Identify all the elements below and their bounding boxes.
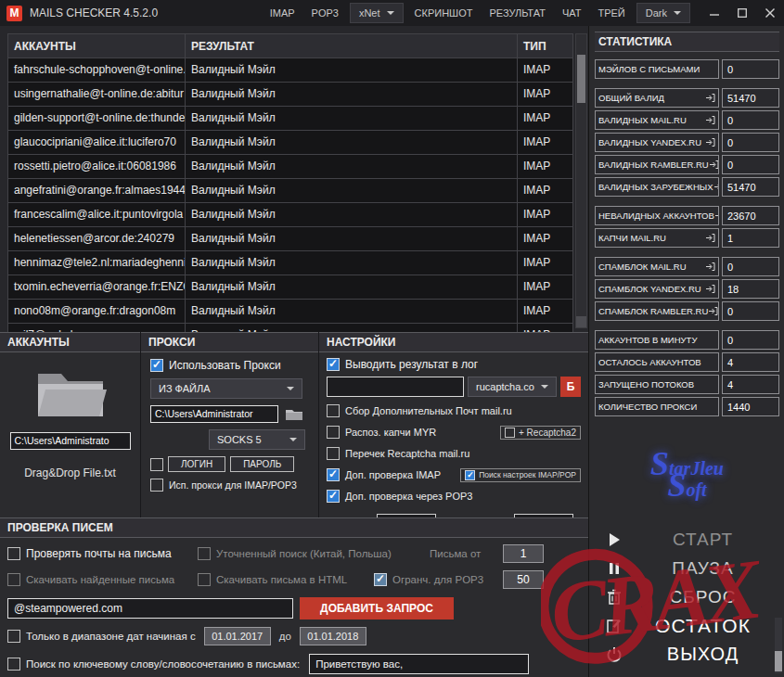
column-header-accounts[interactable]: АККАУНТЫ <box>7 33 186 58</box>
cell-account: hennimaz@tele2.nl:mariadeghennim <box>7 251 186 275</box>
export-icon[interactable] <box>708 306 718 316</box>
table-row[interactable]: usingernathalie@t-online.de:abiturВалидн… <box>7 83 588 107</box>
cell-type: IMAP <box>518 179 573 203</box>
stat-value: 0 <box>722 59 779 79</box>
cell-type: IMAP <box>518 58 573 83</box>
download-html-checkbox[interactable] <box>198 573 211 586</box>
export-icon[interactable] <box>705 284 715 294</box>
pop3-check-checkbox[interactable] <box>327 490 340 503</box>
export-icon[interactable] <box>705 262 715 272</box>
browse-folder-icon[interactable] <box>283 406 305 423</box>
chevron-down-icon <box>287 387 294 390</box>
log-output-checkbox[interactable] <box>327 358 340 371</box>
table-row[interactable]: ...il7@...de:h...Валидный МэйлIMAP <box>7 324 588 332</box>
date-range-checkbox[interactable] <box>7 630 20 643</box>
use-proxy-checkbox[interactable] <box>150 359 163 372</box>
proxy-type-dropdown[interactable]: SOCKS 5 <box>209 429 305 450</box>
proxy-path-input[interactable]: C:\Users\Administrator <box>150 405 278 423</box>
pop3-limit-checkbox[interactable] <box>374 573 387 586</box>
pop3-limit-input[interactable]: 50 <box>503 570 544 589</box>
minimize-button[interactable] <box>700 0 728 26</box>
column-header-result[interactable]: РЕЗУЛЬТАТ <box>186 33 518 58</box>
menu-tray[interactable]: ТРЕЙ <box>589 3 633 23</box>
close-button[interactable] <box>756 0 784 26</box>
table-row[interactable]: txomin.echeverria@orange.fr:ENZO2Валидны… <box>7 275 588 300</box>
recaptcha-mailru-checkbox[interactable] <box>327 447 340 460</box>
login-button[interactable]: ЛОГИН <box>168 456 225 472</box>
date-from-button[interactable]: 01.01.2017 <box>204 627 271 645</box>
corner-scrollbar[interactable] <box>775 618 782 673</box>
cell-account: ...il7@...de:h... <box>7 324 186 332</box>
stat-row: КОЛИЧЕСТВО ПРОКСИ1440 <box>595 397 779 416</box>
export-icon[interactable] <box>705 137 715 147</box>
theme-dropdown[interactable]: Dark <box>636 3 690 23</box>
menu-imap[interactable]: IMAP <box>262 3 303 23</box>
pause-button[interactable]: ПАУЗА <box>598 555 776 581</box>
password-button[interactable]: ПАРОЛЬ <box>230 456 294 472</box>
corner-scrollbar-thumb[interactable] <box>775 651 782 671</box>
menu-chat[interactable]: ЧАТ <box>554 3 590 23</box>
menu-xnet-dropdown[interactable]: xNet <box>350 3 404 23</box>
scrollbar-thumb[interactable] <box>577 55 585 103</box>
download-letters-checkbox[interactable] <box>7 573 20 586</box>
column-header-type[interactable]: ТИП <box>518 33 573 58</box>
balance-button[interactable]: Б <box>560 377 581 397</box>
query-input[interactable]: @steampowered.com <box>7 598 293 619</box>
export-icon[interactable] <box>705 233 715 243</box>
menu-pop3[interactable]: POP3 <box>303 3 347 23</box>
check-letters-checkbox[interactable] <box>7 547 20 560</box>
folder-icon[interactable] <box>34 365 107 419</box>
collect-mail-label: Сбор Дополнительных Почт mail.ru <box>345 405 512 416</box>
proxy-for-imap-checkbox[interactable] <box>150 479 163 492</box>
table-row[interactable]: angefratini@orange.fr:almaes1944Валидный… <box>7 179 588 203</box>
table-row[interactable]: helenetiessen@arcor.de:240279Валидный Мэ… <box>7 227 588 251</box>
table-row[interactable]: nono08m@orange.fr:dragon08mВалидный Мэйл… <box>7 300 588 324</box>
keyword-search-checkbox[interactable] <box>7 658 20 671</box>
collect-mail-checkbox[interactable] <box>327 404 340 417</box>
export-icon[interactable] <box>705 115 715 125</box>
trash-icon <box>598 589 630 606</box>
table-row[interactable]: rossetti.pietro@alice.it:06081986Валидны… <box>7 155 588 179</box>
reset-button[interactable]: СБРОС <box>598 583 776 610</box>
cell-type: IMAP <box>518 155 573 179</box>
pause-icon <box>598 561 630 576</box>
cell-result: Валидный Мэйл <box>186 83 518 107</box>
accounts-path-input[interactable]: C:\Users\Administrato <box>10 432 131 450</box>
exit-button[interactable]: ВЫХОД <box>598 641 776 668</box>
stat-label: ЗАПУЩЕНО ПОТОКОВ <box>595 375 719 394</box>
export-icon[interactable] <box>714 211 719 221</box>
refined-search-checkbox[interactable] <box>198 547 211 560</box>
captcha-myr-checkbox[interactable] <box>327 426 340 439</box>
add-query-button[interactable]: ДОБАВИТЬ ЗАПРОС <box>300 597 454 620</box>
menu-screenshot[interactable]: СКРИНШОТ <box>406 3 482 23</box>
letters-from-input[interactable]: 1 <box>503 544 544 563</box>
remainder-button[interactable]: ОСТАТОК <box>598 612 776 639</box>
proxy-auth-checkbox[interactable] <box>150 458 163 471</box>
export-icon[interactable] <box>705 93 715 103</box>
captcha-key-input[interactable] <box>327 377 464 397</box>
settings-panel-title: НАСТРОЙКИ <box>319 332 588 352</box>
table-scrollbar[interactable] <box>575 33 587 328</box>
proxy-source-dropdown[interactable]: ИЗ ФАЙЛА <box>150 378 302 399</box>
captcha-service-dropdown[interactable]: rucaptcha.co <box>468 377 557 397</box>
table-row[interactable]: hennimaz@tele2.nl:mariadeghennimВалидный… <box>7 251 588 275</box>
maximize-button[interactable] <box>728 0 756 26</box>
menu-result[interactable]: РЕЗУЛЬТАТ <box>481 3 553 23</box>
refined-search-label: Уточненный поиск (Китай, Польша) <box>216 548 392 559</box>
table-row[interactable]: glaucocipriani@alice.it:lucifero70Валидн… <box>7 131 588 155</box>
table-row[interactable]: francescalim@alice.it:puntovirgolaВалидн… <box>7 203 588 227</box>
export-icon[interactable] <box>713 182 720 192</box>
table-row[interactable]: gilden-support@t-online.de:thunderВалидн… <box>7 107 588 131</box>
start-button[interactable]: СТАРТ <box>598 526 776 553</box>
export-icon[interactable] <box>709 160 719 170</box>
cell-result: Валидный Мэйл <box>186 300 518 324</box>
recaptcha2-checkbox[interactable] <box>505 428 515 438</box>
check-letters-label: Проверять почты на письма <box>26 547 172 560</box>
scroll-down-button[interactable] <box>576 316 586 327</box>
document-edit-icon <box>598 618 630 634</box>
keyword-input[interactable]: Приветствую вас, <box>309 654 529 674</box>
imap-search-checkbox[interactable] <box>465 470 475 480</box>
table-row[interactable]: fahrschule-schopphoven@t-online.dВалидны… <box>7 58 588 83</box>
imap-check-checkbox[interactable] <box>327 468 340 481</box>
date-to-button[interactable]: 01.01.2018 <box>300 627 366 645</box>
